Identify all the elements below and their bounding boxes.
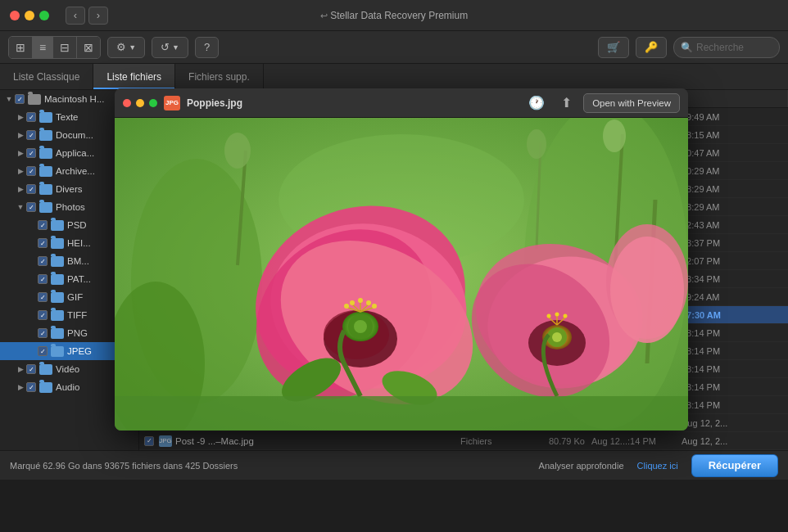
checkbox-bm[interactable]: ✓: [38, 256, 48, 266]
svg-point-40: [547, 314, 551, 318]
status-info: Marqué 62.96 Go dans 93675 fichiers dans…: [10, 461, 526, 471]
titlebar-nav: ‹ ›: [66, 7, 108, 25]
tab-fichiers-supp[interactable]: Fichiers supp.: [175, 64, 264, 89]
svg-point-6: [224, 133, 251, 169]
file-date-modified: 03:34 PM: [682, 274, 788, 284]
checkbox-macintosh[interactable]: ✓: [15, 94, 25, 104]
tab-supported-label: Fichiers supp.: [188, 71, 250, 83]
checkbox-pat[interactable]: ✓: [38, 274, 48, 284]
expander-jpeg: [26, 345, 38, 357]
folder-icon-divers: [39, 184, 52, 195]
analyze-link[interactable]: Cliquez ici: [637, 461, 678, 471]
checkbox-png[interactable]: ✓: [38, 328, 48, 338]
expander-documents: ▶: [15, 129, 26, 141]
status-bar: Marqué 62.96 Go dans 93675 fichiers dans…: [0, 450, 788, 480]
expander-tiff: [26, 309, 38, 321]
folder-icon-video: [39, 364, 52, 375]
folder-icon-tiff: [51, 310, 64, 321]
label-tiff: TIFF: [67, 310, 87, 320]
file-checkbox[interactable]: ✓: [143, 436, 156, 446]
search-box: 🔍: [673, 37, 780, 58]
preview-time-btn[interactable]: 🕐: [523, 93, 550, 112]
file-date-modified: 08:15 AM: [682, 130, 788, 140]
file-size-post9: 80.79 Ko: [526, 436, 591, 446]
checkbox-applications[interactable]: ✓: [26, 148, 36, 158]
history-dropdown-btn[interactable]: ↺ ▼: [152, 37, 188, 58]
label-documents: Docum...: [56, 130, 93, 140]
file-date-modified: 12:07 PM: [682, 256, 788, 266]
expander-applications: ▶: [15, 147, 26, 159]
preview-close-btn[interactable]: [123, 99, 131, 107]
cart-btn[interactable]: 🛒: [598, 37, 629, 58]
view-columns-btn[interactable]: ⊟: [53, 37, 77, 58]
expander-photos: ▼: [15, 201, 26, 213]
svg-point-41: [564, 314, 568, 318]
label-archives: Archive...: [56, 166, 95, 176]
checkbox-photos[interactable]: ✓: [26, 202, 36, 212]
file-row-post9[interactable]: ✓ JPG Post -9 ...–Mac.jpg Fichiers 80.79…: [139, 432, 788, 450]
recover-button[interactable]: Récupérer: [691, 454, 778, 477]
back-button[interactable]: ‹: [66, 7, 85, 25]
checkbox-documents[interactable]: ✓: [26, 130, 36, 140]
label-bm: BM...: [67, 256, 89, 266]
preview-minimize-btn[interactable]: [136, 99, 144, 107]
checkbox-jpeg[interactable]: ✓: [38, 346, 48, 356]
svg-point-27: [358, 298, 363, 303]
label-video: Vidéo: [56, 364, 79, 374]
preview-close-area: [123, 99, 157, 107]
gear-icon: ⚙: [116, 41, 126, 53]
maximize-button[interactable]: [39, 11, 49, 20]
folder-icon-gif: [51, 292, 64, 303]
file-date-modified: 08:14 PM: [682, 400, 788, 410]
svg-point-10: [527, 129, 546, 159]
checkbox-heic[interactable]: ✓: [38, 238, 48, 248]
gear-dropdown-btn[interactable]: ⚙ ▼: [107, 37, 145, 58]
cart-icon: 🛒: [607, 41, 620, 53]
file-date-modified: 08:14 PM: [682, 364, 788, 374]
file-icon: JPG: [159, 435, 172, 447]
search-input[interactable]: [696, 42, 772, 53]
preview-expand-btn[interactable]: [149, 99, 157, 107]
view-cover-btn[interactable]: ⊠: [77, 37, 100, 58]
file-date-modified: 09:49 AM: [682, 112, 788, 122]
view-toggle-group: ⊞ ≡ ⊟ ⊠: [8, 36, 101, 59]
preview-share-btn[interactable]: ⬆: [556, 93, 577, 112]
view-list-btn[interactable]: ≡: [33, 37, 53, 58]
help-btn[interactable]: ?: [195, 37, 219, 58]
expander-pat: [26, 273, 38, 285]
svg-point-8: [603, 119, 626, 152]
expander-png: [26, 327, 38, 339]
view-grid-btn[interactable]: ⊞: [9, 37, 33, 58]
close-button[interactable]: [10, 11, 20, 20]
expander-macintosh: ▼: [3, 93, 15, 105]
file-date-modified: 10:29 AM: [682, 166, 788, 176]
svg-point-36: [552, 332, 562, 342]
checkbox-tiff[interactable]: ✓: [38, 310, 48, 320]
analyze-label: Analyser approfondie: [539, 461, 624, 471]
checkbox-audio[interactable]: ✓: [26, 382, 36, 392]
open-with-preview-button[interactable]: Open with Preview: [583, 93, 680, 113]
tab-liste-classique[interactable]: Liste Classique: [0, 64, 93, 89]
checkbox-video[interactable]: ✓: [26, 364, 36, 374]
toolbar: ⊞ ≡ ⊟ ⊠ ⚙ ▼ ↺ ▼ ? 🛒 🔑 🔍: [0, 31, 788, 64]
forward-button[interactable]: ›: [88, 7, 108, 25]
folder-icon-texte: [39, 112, 52, 123]
svg-point-19: [354, 320, 367, 333]
svg-point-28: [344, 304, 349, 309]
minimize-button[interactable]: [25, 11, 34, 20]
checkbox-texte[interactable]: ✓: [26, 112, 36, 122]
key-icon: 🔑: [645, 41, 658, 53]
file-date-modified: 08:14 PM: [682, 328, 788, 338]
tab-liste-fichiers[interactable]: Liste fichiers: [93, 64, 175, 89]
checkbox-archives[interactable]: ✓: [26, 166, 36, 176]
expander-psd: [26, 219, 38, 231]
key-btn[interactable]: 🔑: [636, 37, 667, 58]
label-psd: PSD: [67, 220, 87, 230]
file-date-created-post9: Aug 12...:14 PM: [591, 436, 682, 446]
checkbox-divers[interactable]: ✓: [26, 184, 36, 194]
checkbox-gif[interactable]: ✓: [38, 292, 48, 302]
expander-video: ▶: [15, 363, 26, 375]
preview-titlebar: JPG Poppies.jpg 🕐 ⬆ Open with Preview: [115, 88, 688, 118]
checkbox-psd[interactable]: ✓: [38, 220, 48, 230]
folder-icon-applications: [39, 148, 52, 159]
